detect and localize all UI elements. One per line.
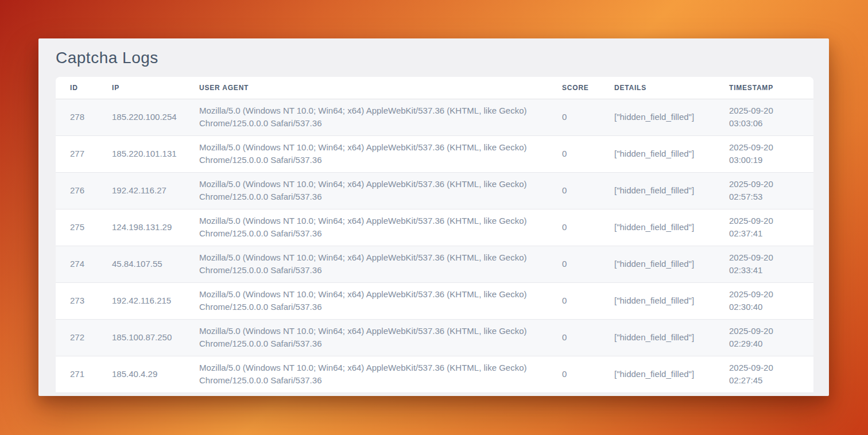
cell-score: 0 [562,356,614,393]
cell-user-agent: Mozilla/5.0 (Windows NT 10.0; Win64; x64… [199,209,562,246]
timestamp-date: 2025-09-20 [729,141,813,154]
timestamp-date: 2025-09-20 [729,325,813,337]
cell-score: 0 [562,172,614,209]
logs-table-container: ID IP USER AGENT SCORE DETAILS TIMESTAMP… [56,77,813,393]
cell-id: 274 [56,246,112,282]
cell-details: ["hidden_field_filled"] [614,282,729,319]
cell-details: ["hidden_field_filled"] [614,246,729,282]
column-header-timestamp: TIMESTAMP [729,77,813,99]
cell-details: ["hidden_field_filled"] [614,135,729,172]
header-row: ID IP USER AGENT SCORE DETAILS TIMESTAMP [56,77,813,99]
cell-user-agent: Mozilla/5.0 (Windows NT 10.0; Win64; x64… [199,282,562,319]
timestamp-time: 02:37:41 [729,227,813,240]
timestamp-time: 02:30:40 [729,301,813,313]
page-background: { "page": { "title": "Captcha Logs" }, "… [0,0,868,435]
page-title: Captcha Logs [38,38,829,77]
cell-id: 271 [56,356,112,393]
cell-timestamp: 2025-09-20 02:29:40 [729,319,813,356]
cell-details: ["hidden_field_filled"] [614,319,729,356]
cell-id: 278 [56,99,112,135]
cell-id: 273 [56,282,112,319]
cell-timestamp: 2025-09-20 02:30:40 [729,282,813,319]
cell-score: 0 [562,319,614,356]
cell-user-agent: Mozilla/5.0 (Windows NT 10.0; Win64; x64… [199,319,562,356]
cell-ip: 185.100.87.250 [112,319,199,356]
column-header-ip: IP [112,77,199,99]
cell-ip: 124.198.131.29 [112,209,199,246]
cell-timestamp: 2025-09-20 03:03:06 [729,99,813,135]
captcha-logs-card: Captcha Logs ID IP USER AGENT SCORE DETA… [38,38,829,396]
timestamp-time: 03:03:06 [729,117,813,130]
timestamp-time: 03:00:19 [729,154,813,166]
table-row: 271 185.40.4.29 Mozilla/5.0 (Windows NT … [56,356,813,393]
cell-ip: 192.42.116.215 [112,282,199,319]
cell-details: ["hidden_field_filled"] [614,99,729,135]
table-body: 278 185.220.100.254 Mozilla/5.0 (Windows… [56,99,813,393]
cell-ip: 185.220.100.254 [112,99,199,135]
cell-user-agent: Mozilla/5.0 (Windows NT 10.0; Win64; x64… [199,99,562,135]
table-row: 274 45.84.107.55 Mozilla/5.0 (Windows NT… [56,246,813,282]
table-row: 275 124.198.131.29 Mozilla/5.0 (Windows … [56,209,813,246]
timestamp-time: 02:57:53 [729,191,813,203]
cell-score: 0 [562,246,614,282]
cell-details: ["hidden_field_filled"] [614,356,729,393]
table-row: 276 192.42.116.27 Mozilla/5.0 (Windows N… [56,172,813,209]
cell-ip: 192.42.116.27 [112,172,199,209]
captcha-logs-table: ID IP USER AGENT SCORE DETAILS TIMESTAMP… [56,77,813,393]
cell-id: 277 [56,135,112,172]
cell-score: 0 [562,282,614,319]
cell-user-agent: Mozilla/5.0 (Windows NT 10.0; Win64; x64… [199,135,562,172]
column-header-details: DETAILS [614,77,729,99]
cell-details: ["hidden_field_filled"] [614,209,729,246]
cell-user-agent: Mozilla/5.0 (Windows NT 10.0; Win64; x64… [199,172,562,209]
cell-user-agent: Mozilla/5.0 (Windows NT 10.0; Win64; x64… [199,356,562,393]
table-row: 278 185.220.100.254 Mozilla/5.0 (Windows… [56,99,813,135]
cell-ip: 185.220.101.131 [112,135,199,172]
cell-ip: 45.84.107.55 [112,246,199,282]
timestamp-date: 2025-09-20 [729,362,813,374]
column-header-score: SCORE [562,77,614,99]
cell-score: 0 [562,209,614,246]
cell-ip: 185.40.4.29 [112,356,199,393]
cell-details: ["hidden_field_filled"] [614,172,729,209]
cell-timestamp: 2025-09-20 02:27:45 [729,356,813,393]
timestamp-date: 2025-09-20 [729,104,813,117]
timestamp-time: 02:33:41 [729,264,813,277]
timestamp-time: 02:27:45 [729,374,813,387]
table-row: 272 185.100.87.250 Mozilla/5.0 (Windows … [56,319,813,356]
column-header-user-agent: USER AGENT [199,77,562,99]
cell-timestamp: 2025-09-20 02:33:41 [729,246,813,282]
table-header: ID IP USER AGENT SCORE DETAILS TIMESTAMP [56,77,813,99]
cell-id: 275 [56,209,112,246]
timestamp-time: 02:29:40 [729,337,813,350]
cell-timestamp: 2025-09-20 03:00:19 [729,135,813,172]
table-row: 273 192.42.116.215 Mozilla/5.0 (Windows … [56,282,813,319]
table-row: 277 185.220.101.131 Mozilla/5.0 (Windows… [56,135,813,172]
cell-score: 0 [562,99,614,135]
cell-timestamp: 2025-09-20 02:37:41 [729,209,813,246]
cell-user-agent: Mozilla/5.0 (Windows NT 10.0; Win64; x64… [199,246,562,282]
cell-id: 272 [56,319,112,356]
timestamp-date: 2025-09-20 [729,251,813,264]
timestamp-date: 2025-09-20 [729,178,813,191]
timestamp-date: 2025-09-20 [729,215,813,227]
timestamp-date: 2025-09-20 [729,288,813,301]
cell-timestamp: 2025-09-20 02:57:53 [729,172,813,209]
cell-score: 0 [562,135,614,172]
cell-id: 276 [56,172,112,209]
column-header-id: ID [56,77,112,99]
